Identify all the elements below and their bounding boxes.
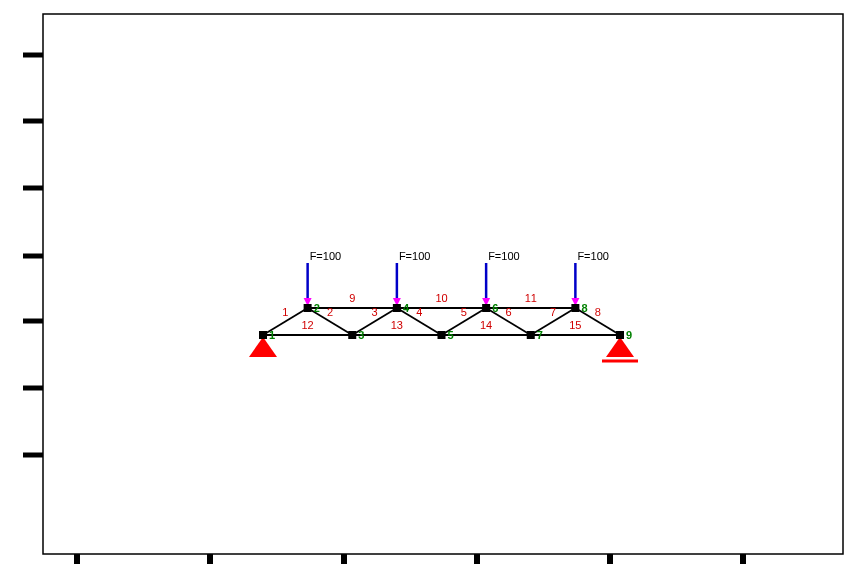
- node-label-3: 3: [358, 329, 364, 341]
- node-8: [571, 304, 579, 312]
- node-label-7: 7: [537, 329, 543, 341]
- node-label-4: 4: [403, 302, 410, 314]
- member-label-8: 8: [595, 306, 601, 318]
- member-label-1: 1: [282, 306, 288, 318]
- member-label-5: 5: [461, 306, 467, 318]
- member-label-12: 12: [302, 319, 314, 331]
- member-label-4: 4: [416, 306, 422, 318]
- node-label-8: 8: [581, 302, 587, 314]
- force-label-node-4: F=100: [399, 250, 431, 262]
- force-label-node-6: F=100: [488, 250, 520, 262]
- node-label-2: 2: [314, 302, 320, 314]
- x-axis: [77, 554, 743, 564]
- node-9: [616, 331, 624, 339]
- node-label-1: 1: [269, 329, 275, 341]
- member-label-6: 6: [505, 306, 511, 318]
- node-2: [304, 304, 312, 312]
- member-label-10: 10: [435, 292, 447, 304]
- member-label-2: 2: [327, 306, 333, 318]
- node-label-9: 9: [626, 329, 632, 341]
- member-label-7: 7: [550, 306, 556, 318]
- node-label-6: 6: [492, 302, 498, 314]
- member-label-11: 11: [525, 292, 537, 304]
- node-6: [482, 304, 490, 312]
- y-axis: [23, 55, 43, 455]
- node-5: [438, 331, 446, 339]
- member-label-15: 15: [569, 319, 581, 331]
- member-label-14: 14: [480, 319, 492, 331]
- plot-frame: [43, 14, 843, 554]
- member-label-9: 9: [349, 292, 355, 304]
- force-label-node-2: F=100: [310, 250, 342, 262]
- member-label-3: 3: [372, 306, 378, 318]
- node-label-5: 5: [448, 329, 454, 341]
- force-label-node-8: F=100: [577, 250, 609, 262]
- node-3: [348, 331, 356, 339]
- node-4: [393, 304, 401, 312]
- node-1: [259, 331, 267, 339]
- node-7: [527, 331, 535, 339]
- member-label-13: 13: [391, 319, 403, 331]
